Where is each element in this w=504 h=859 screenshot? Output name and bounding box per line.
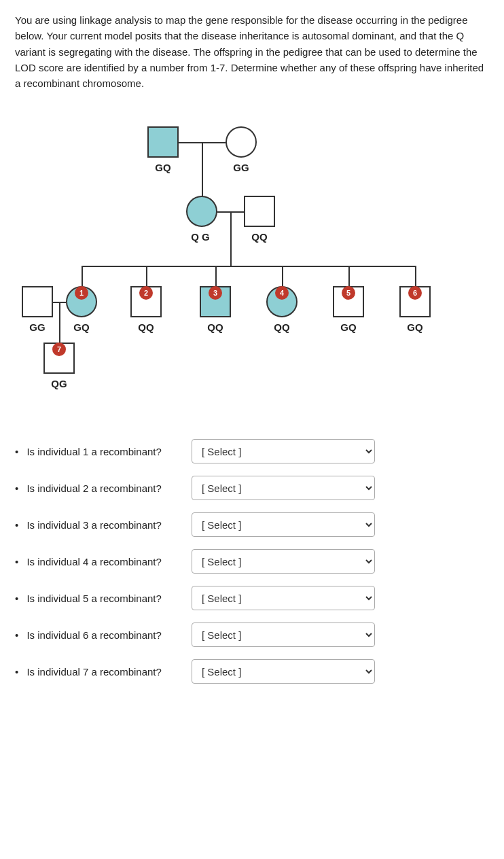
drop-ind1 [82, 266, 83, 286]
question-label-q5: • Is individual 5 a recombinant? [15, 593, 192, 604]
gen2-female-label: Q G [180, 231, 221, 243]
gen1-male-label: GQ [145, 162, 181, 173]
question-row-q6: • Is individual 6 a recombinant?[ Select… [15, 623, 489, 647]
gen2-female [186, 196, 217, 227]
bullet: • [15, 446, 18, 457]
question-row-q3: • Is individual 3 a recombinant?[ Select… [15, 512, 489, 537]
drop-ind3 [215, 266, 217, 286]
select-q2[interactable]: [ Select ]YesNo [192, 476, 375, 500]
questions-section: • Is individual 1 a recombinant?[ Select… [15, 439, 489, 684]
select-q4[interactable]: [ Select ]YesNo [192, 549, 375, 574]
select-q7[interactable]: [ Select ]YesNo [192, 659, 375, 684]
select-q3[interactable]: [ Select ]YesNo [192, 512, 375, 537]
question-label-q1: • Is individual 1 a recombinant? [15, 446, 192, 457]
select-q1[interactable]: [ Select ]YesNo [192, 439, 375, 463]
select-q6[interactable]: [ Select ]YesNo [192, 623, 375, 647]
drop-ind6 [415, 266, 416, 286]
bullet: • [15, 593, 18, 604]
gen2-male-label: QQ [242, 231, 277, 243]
gen1-female [226, 126, 257, 158]
question-row-q7: • Is individual 7 a recombinant?[ Select… [15, 659, 489, 684]
ind1-child-drop [59, 302, 60, 343]
question-row-q1: • Is individual 1 a recombinant?[ Select… [15, 439, 489, 463]
gen1-drop-line [202, 142, 203, 196]
question-row-q2: • Is individual 2 a recombinant?[ Select… [15, 476, 489, 500]
ind5-label: GQ [331, 321, 366, 333]
bullet: • [15, 519, 18, 531]
question-label-q6: • Is individual 6 a recombinant? [15, 629, 192, 641]
drop-ind2 [146, 266, 147, 286]
select-q5[interactable]: [ Select ]YesNo [192, 586, 375, 610]
gen3-horizontal-line [82, 266, 416, 267]
question-label-q3: • Is individual 3 a recombinant? [15, 519, 192, 531]
ind1-label: GQ [64, 321, 99, 333]
gen2-male [244, 196, 275, 227]
drop-ind5 [348, 266, 350, 286]
question-label-q4: • Is individual 4 a recombinant? [15, 556, 192, 567]
ind4-label: QQ [264, 321, 300, 333]
ind1-partner [22, 286, 53, 317]
bullet: • [15, 556, 18, 567]
question-row-q4: • Is individual 4 a recombinant?[ Select… [15, 549, 489, 574]
gen2-drop-line [230, 211, 232, 266]
gen1-female-label: GG [223, 162, 259, 173]
ind6-label: GQ [397, 321, 433, 333]
partner-label: GG [20, 321, 55, 333]
gen1-male [147, 126, 179, 158]
bullet: • [15, 629, 18, 641]
intro-paragraph: You are using linkage analysis to map th… [15, 12, 489, 91]
ind3-label: QQ [198, 321, 233, 333]
drop-ind4 [282, 266, 283, 286]
bullet: • [15, 666, 18, 678]
question-row-q5: • Is individual 5 a recombinant?[ Select… [15, 586, 489, 610]
question-label-q2: • Is individual 2 a recombinant? [15, 483, 192, 494]
ind2-label: QQ [128, 321, 164, 333]
ind7-label: QG [41, 378, 77, 389]
pedigree-diagram: GQ GG Q G QQ 1 GQ 2 QQ 3 QQ 4 QQ 5 GQ 6 … [15, 106, 490, 419]
question-label-q7: • Is individual 7 a recombinant? [15, 666, 192, 678]
bullet: • [15, 483, 18, 494]
